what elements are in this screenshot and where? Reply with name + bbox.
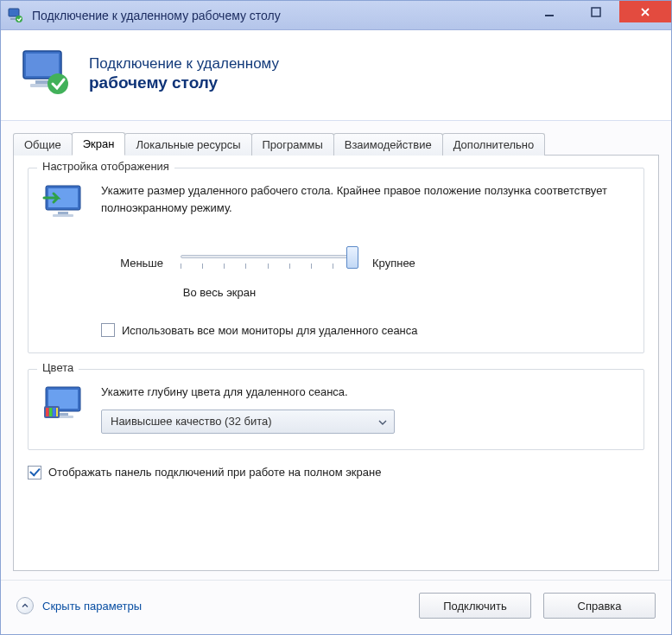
window-title: Подключение к удаленному рабочему столу: [32, 9, 281, 22]
header-panel: Подключение к удаленному рабочему столу: [1, 30, 671, 121]
chevron-down-icon: [378, 415, 387, 428]
svg-rect-13: [53, 214, 73, 217]
svg-rect-20: [49, 408, 53, 416]
app-icon: [8, 8, 23, 23]
display-group-icon: [42, 182, 89, 224]
header-title: Подключение к удаленному рабочему столу: [89, 54, 279, 93]
header-line1: Подключение к удаленному: [89, 54, 279, 73]
show-connection-bar-checkbox[interactable]: [28, 466, 41, 479]
minimize-button[interactable]: [526, 1, 573, 22]
svg-rect-12: [58, 212, 68, 214]
use-all-monitors-checkbox[interactable]: [101, 323, 115, 337]
svg-rect-6: [26, 54, 59, 76]
colors-group: Цвета: [28, 369, 644, 450]
svg-point-9: [48, 73, 68, 94]
color-depth-value: Наивысшее качество (32 бита): [111, 415, 272, 428]
tab-general[interactable]: Общие: [13, 133, 73, 156]
tab-display[interactable]: Экран: [72, 132, 126, 156]
svg-rect-7: [35, 80, 49, 84]
use-all-monitors-row[interactable]: Использовать все мои мониторы для удален…: [101, 323, 630, 337]
connect-button[interactable]: Подключить: [419, 593, 531, 619]
tab-programs[interactable]: Программы: [251, 133, 334, 156]
svg-rect-22: [56, 408, 58, 416]
show-connection-bar-label: Отображать панель подключений при работе…: [48, 466, 381, 479]
svg-rect-4: [592, 8, 600, 16]
close-button[interactable]: [619, 1, 671, 22]
window-controls: [526, 1, 671, 29]
colors-group-legend: Цвета: [37, 361, 79, 374]
dialog-footer: Скрыть параметры Подключить Справка: [1, 580, 671, 634]
svg-rect-21: [53, 408, 56, 416]
tabstrip: Общие Экран Локальные ресурсы Программы …: [13, 131, 659, 155]
rdp-dialog: Подключение к удаленному рабочему столу: [0, 0, 672, 635]
toggle-options-label[interactable]: Скрыть параметры: [42, 600, 142, 613]
colors-group-icon: [42, 384, 89, 425]
toggle-options-button[interactable]: [16, 597, 34, 614]
titlebar: Подключение к удаленному рабочему столу: [1, 1, 671, 30]
display-group-legend: Настройка отображения: [37, 160, 174, 173]
rdp-header-icon: [18, 46, 73, 101]
svg-rect-19: [46, 408, 49, 416]
maximize-button[interactable]: [573, 1, 619, 22]
header-line2: рабочему столу: [89, 73, 279, 93]
display-size-slider[interactable]: [177, 248, 358, 277]
show-connection-bar-row[interactable]: Отображать панель подключений при работе…: [28, 466, 644, 479]
svg-rect-15: [48, 390, 78, 409]
display-config-group: Настройка отображения Укажите размер уда…: [28, 168, 644, 353]
tab-experience[interactable]: Взаимодействие: [333, 133, 443, 156]
slider-max-label: Крупнее: [372, 257, 441, 270]
display-size-slider-row: Меньше Крупнее: [94, 248, 630, 277]
tab-advanced[interactable]: Дополнительно: [442, 133, 546, 156]
footer-left: Скрыть параметры: [16, 597, 142, 614]
svg-rect-0: [9, 9, 19, 16]
colors-group-description: Укажите глубину цвета для удаленного сеа…: [101, 384, 630, 401]
tab-panel-display: Настройка отображения Укажите размер уда…: [13, 155, 659, 571]
use-all-monitors-label: Использовать все мои мониторы для удален…: [122, 324, 418, 337]
content-area: Общие Экран Локальные ресурсы Программы …: [1, 121, 671, 580]
slider-value-caption: Во весь экран: [94, 286, 345, 299]
display-group-description: Укажите размер удаленного рабочего стола…: [101, 182, 630, 224]
color-depth-select[interactable]: Наивысшее качество (32 бита): [101, 410, 395, 434]
svg-rect-3: [545, 15, 554, 16]
help-button[interactable]: Справка: [543, 593, 656, 619]
tab-local-resources[interactable]: Локальные ресурсы: [124, 133, 251, 156]
slider-min-label: Меньше: [94, 257, 163, 270]
slider-thumb[interactable]: [346, 246, 358, 269]
footer-buttons: Подключить Справка: [419, 593, 656, 619]
